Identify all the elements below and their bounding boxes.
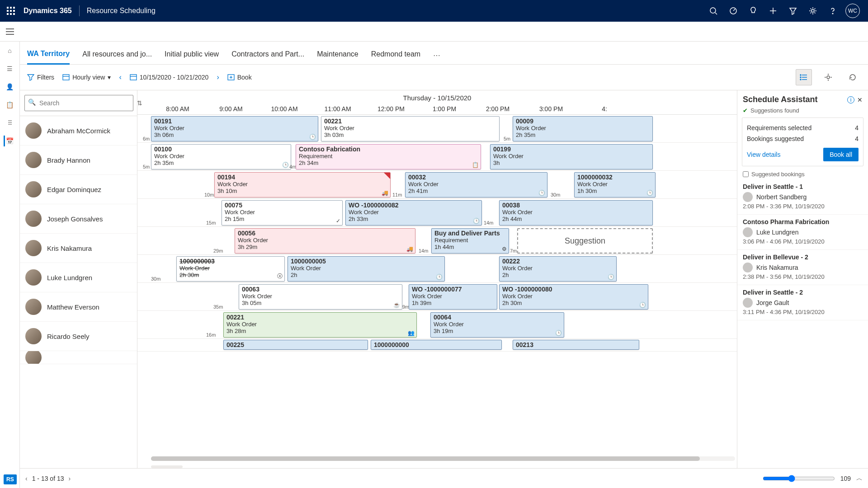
booking-card[interactable]: 00221Work Order3h 28m👥 (223, 312, 417, 338)
booking-card[interactable]: 00225 (223, 340, 368, 350)
time-column-header: 3:00 PM (524, 103, 578, 114)
user-avatar[interactable]: WC (843, 0, 863, 22)
resource-item[interactable]: Brady Hannon (20, 145, 137, 175)
resource-item[interactable]: Kris Nakamura (20, 234, 137, 263)
svg-rect-21 (130, 75, 137, 80)
booking-card[interactable]: 00009Work Order2h 35m (513, 116, 653, 141)
schedule-row: 10m00194Work Order3h 10m🚚11m00032Work Or… (137, 171, 737, 199)
booking-card[interactable]: 1000000032Work Order1h 30m🕒 (574, 172, 656, 197)
booking-card[interactable]: 1000000003Work Order2h 30mⓧ (176, 256, 285, 282)
time-column-header: 12:00 PM (364, 103, 418, 114)
resource-search-input[interactable] (24, 95, 133, 111)
add-icon[interactable] (763, 0, 783, 22)
booking-card[interactable]: 00199Work Order3h (490, 144, 653, 169)
tab-initial-public[interactable]: Initial public view (165, 47, 219, 64)
target-icon[interactable] (723, 0, 743, 22)
app-launcher-icon[interactable] (5, 5, 16, 16)
booking-card[interactable]: 00221Work Order3h 03m (321, 116, 500, 141)
zoom-slider[interactable] (763, 475, 835, 482)
booking-card[interactable]: 00032Work Order2h 41m🕒 (405, 172, 547, 197)
person-plus-icon[interactable]: 👤 (5, 81, 15, 92)
booking-card[interactable]: WO -1000000077Work Order1h 39m (409, 284, 497, 310)
schedule-row: 00225100000000000213 (137, 339, 737, 352)
travel-gap-label: 5m (143, 164, 150, 169)
search-icon[interactable] (703, 0, 723, 22)
tab-all-resources[interactable]: All resources and jo... (82, 47, 152, 64)
book-button[interactable]: Book (227, 74, 252, 81)
booking-card[interactable]: 00222Work Order2h🕒 (499, 256, 617, 282)
clipboard-icon[interactable]: 📋 (5, 99, 15, 110)
booking-card[interactable]: 00064Work Order3h 19m🕒 (430, 312, 564, 338)
booking-card[interactable]: 00038Work Order2h 44m (499, 200, 653, 225)
booking-card[interactable]: 1000000000 (371, 340, 502, 350)
avatar (743, 298, 753, 308)
svg-point-29 (800, 75, 801, 75)
board-footer: ‹ 1 - 13 of 13 › 109 ︿ (20, 468, 868, 488)
travel-gap-label: 4m (289, 164, 296, 169)
resource-item[interactable]: Luke Lundgren (20, 263, 137, 292)
resource-item[interactable]: Matthew Everson (20, 292, 137, 322)
suggested-bookings-checkbox[interactable] (743, 171, 749, 177)
booking-card[interactable]: 00100Work Order2h 35m🕒 (151, 144, 291, 169)
tab-redmond[interactable]: Redmond team (371, 47, 420, 64)
filters-button[interactable]: Filters (27, 74, 54, 81)
booking-card[interactable]: Buy and Deliver PartsRequirement1h 44m⚙ (431, 228, 509, 253)
info-icon[interactable]: i (847, 96, 854, 103)
suggestion-item[interactable]: Deliver in Seattle - 1Norbert Sandberg2:… (737, 179, 868, 215)
view-mode-dropdown[interactable]: Hourly view ▾ (62, 74, 111, 81)
suggestion-item[interactable]: Deliver in Bellevue - 2Kris Nakamura2:38… (737, 250, 868, 285)
resource-item[interactable]: Edgar Dominquez (20, 175, 137, 204)
travel-gap-label: 14m (419, 248, 428, 253)
date-range-picker[interactable]: 10/15/2020 - 10/21/2020 (130, 74, 209, 81)
tabs-overflow-icon[interactable]: ⋯ (433, 51, 440, 60)
booking-card[interactable]: 00075Work Order2h 15m✓ (222, 200, 343, 225)
home-icon[interactable]: ⌂ (5, 45, 15, 56)
booking-card[interactable]: 00056Work Order3h 29m🚚 (235, 228, 415, 253)
booking-card[interactable]: 00063Work Order3h 05m☕ (239, 284, 402, 310)
close-icon[interactable]: ✕ (857, 96, 863, 103)
avatar (743, 192, 753, 202)
resource-item[interactable]: Ricardo Seely (20, 322, 137, 351)
tab-maintenance[interactable]: Maintenance (317, 47, 359, 64)
hamburger-icon[interactable] (0, 28, 20, 35)
mini-scrollbar[interactable] (151, 465, 183, 468)
view-details-link[interactable]: View details (747, 151, 780, 158)
booking-card[interactable]: 00213 (513, 340, 639, 350)
booking-card[interactable]: 1000000005Work Order2h🕒 (288, 256, 445, 282)
sub-header (0, 22, 868, 42)
booking-card[interactable]: Suggestion (517, 228, 653, 253)
tab-wa-territory[interactable]: WA Territory (27, 46, 70, 65)
settings-icon[interactable] (820, 69, 836, 85)
tasks-icon[interactable]: ⠿ (5, 117, 15, 128)
pager-prev-icon[interactable]: ‹ (25, 475, 28, 482)
refresh-icon[interactable] (844, 69, 861, 85)
booking-card[interactable]: WO -1000000080Work Order2h 30m🕒 (499, 284, 648, 310)
filter-icon[interactable] (783, 0, 803, 22)
suggestion-item[interactable]: Deliver in Seattle - 2Jorge Gault3:11 PM… (737, 285, 868, 320)
resource-item[interactable]: Abraham McCormick (20, 116, 137, 145)
svg-rect-8 (13, 13, 15, 15)
booking-card[interactable]: 00194Work Order3h 10m🚚 (214, 172, 391, 197)
help-icon[interactable] (823, 0, 843, 22)
gear-icon[interactable] (803, 0, 823, 22)
collapse-icon[interactable]: ︿ (856, 474, 863, 483)
calendar-icon[interactable]: 📅 (4, 136, 14, 146)
people-list-icon[interactable]: ☰ (5, 63, 15, 74)
horizontal-scrollbar[interactable] (151, 456, 735, 461)
pager-next-icon[interactable]: › (69, 475, 71, 482)
resource-item[interactable]: Joseph Gonsalves (20, 204, 137, 234)
lightbulb-icon[interactable] (743, 0, 763, 22)
book-all-button[interactable]: Book all (823, 148, 859, 161)
booking-card[interactable]: Contoso FabricationRequirement2h 34m📋 (296, 144, 481, 169)
suggestion-item[interactable]: Contoso Pharma FabricationLuke Lundgren3… (737, 215, 868, 250)
resource-column: 🔍 ⇅ Abraham McCormickBrady HannonEdgar D… (20, 90, 137, 468)
list-view-toggle[interactable] (796, 69, 812, 85)
prev-date-button[interactable]: ‹ (119, 73, 121, 81)
booking-card[interactable]: 00191Work Order3h 06m🕒 (151, 116, 318, 141)
travel-gap-label: 6m (143, 136, 150, 141)
travel-gap-label: 29m (213, 248, 223, 253)
next-date-button[interactable]: › (217, 73, 219, 81)
tab-contractors[interactable]: Contractors and Part... (231, 47, 304, 64)
avatar (25, 122, 42, 139)
booking-card[interactable]: WO -1000000082Work Order2h 33m🕒 (345, 200, 482, 225)
